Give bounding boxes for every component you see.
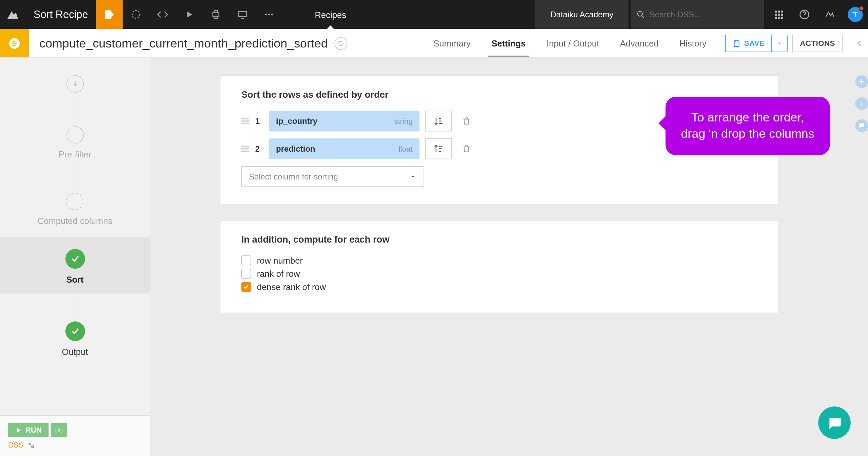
svg-rect-3 bbox=[214, 16, 218, 18]
svg-rect-15 bbox=[775, 17, 777, 19]
engine-label: DSS bbox=[8, 441, 24, 450]
right-rail bbox=[855, 58, 868, 132]
tab-summary[interactable]: Summary bbox=[423, 29, 481, 57]
select-placeholder: Select column for sorting bbox=[249, 172, 338, 181]
add-icon[interactable] bbox=[855, 75, 868, 88]
user-avatar[interactable]: T bbox=[843, 0, 868, 29]
checkbox-dense-rank[interactable]: dense rank of row bbox=[241, 282, 757, 292]
sort-asc-button[interactable] bbox=[425, 111, 452, 131]
sort-asc-icon bbox=[433, 116, 444, 126]
tab-settings[interactable]: Settings bbox=[481, 29, 536, 57]
save-caret-icon[interactable] bbox=[772, 35, 787, 51]
refresh-icon[interactable] bbox=[335, 37, 348, 50]
checkbox-label: rank of row bbox=[257, 269, 300, 279]
recipe-type-icon[interactable] bbox=[96, 0, 123, 29]
drag-handle-icon[interactable] bbox=[241, 146, 250, 152]
sort-row-index: 1 bbox=[255, 116, 263, 126]
step-input[interactable] bbox=[66, 75, 83, 126]
screen-icon[interactable] bbox=[229, 0, 256, 29]
step-sort[interactable]: Sort bbox=[0, 238, 150, 294]
chat-icon bbox=[827, 415, 842, 430]
compute-panel-heading: In addition, compute for each row bbox=[241, 234, 757, 245]
connector bbox=[75, 293, 75, 321]
help-icon[interactable] bbox=[792, 0, 817, 29]
svg-rect-1 bbox=[213, 13, 219, 16]
chevron-down-icon bbox=[410, 173, 416, 180]
sort-column-chip[interactable]: ip_country string bbox=[269, 111, 420, 131]
add-sort-column-select[interactable]: Select column for sorting bbox=[241, 166, 424, 187]
svg-rect-2 bbox=[214, 11, 218, 13]
svg-rect-11 bbox=[781, 11, 783, 13]
step-computed[interactable]: Computed columns bbox=[38, 193, 113, 226]
comment-icon[interactable] bbox=[855, 119, 868, 132]
svg-rect-17 bbox=[781, 17, 783, 19]
code-icon[interactable] bbox=[149, 0, 176, 29]
drag-handle-icon[interactable] bbox=[241, 118, 250, 124]
notification-dot-icon bbox=[859, 6, 864, 11]
step-output-label: Output bbox=[62, 347, 88, 357]
avatar-letter: T bbox=[853, 10, 858, 19]
run-button[interactable]: RUN bbox=[8, 423, 49, 437]
svg-point-6 bbox=[268, 14, 270, 15]
run-label: RUN bbox=[25, 425, 42, 434]
sort-column-chip[interactable]: prediction float bbox=[269, 138, 420, 159]
step-prefilter-label: Pre-filter bbox=[59, 149, 92, 159]
tab-history[interactable]: History bbox=[669, 29, 717, 57]
engine-indicator[interactable]: DSS bbox=[8, 441, 142, 450]
svg-rect-25 bbox=[861, 103, 862, 106]
flow-icon[interactable] bbox=[123, 0, 150, 29]
more-icon[interactable] bbox=[256, 0, 282, 29]
search-box[interactable] bbox=[631, 0, 764, 29]
svg-rect-14 bbox=[781, 14, 783, 16]
sort-column-type: float bbox=[398, 145, 413, 153]
trash-icon bbox=[462, 144, 471, 153]
checkbox-icon bbox=[241, 269, 251, 279]
sort-column-name: ip_country bbox=[276, 116, 317, 126]
info-icon[interactable] bbox=[855, 97, 868, 110]
check-icon bbox=[70, 254, 80, 264]
run-footer: RUN DSS bbox=[0, 415, 150, 456]
academy-link[interactable]: Dataiku Academy bbox=[535, 0, 629, 29]
checkbox-row-number[interactable]: row number bbox=[241, 255, 757, 265]
actions-button[interactable]: ACTIONS bbox=[792, 35, 843, 52]
sort-desc-button[interactable] bbox=[425, 138, 452, 159]
app-logo-icon[interactable] bbox=[0, 0, 25, 29]
svg-point-5 bbox=[265, 14, 267, 15]
svg-point-7 bbox=[271, 14, 273, 15]
search-input[interactable] bbox=[649, 10, 758, 19]
sort-desc-icon bbox=[433, 144, 444, 154]
delete-row-button[interactable] bbox=[458, 116, 475, 126]
checkbox-icon bbox=[241, 255, 251, 265]
svg-point-8 bbox=[637, 12, 642, 16]
svg-point-24 bbox=[861, 102, 862, 103]
run-settings-button[interactable] bbox=[51, 423, 67, 437]
checkbox-checked-icon bbox=[241, 282, 251, 292]
step-prefilter[interactable]: Pre-filter bbox=[59, 126, 92, 193]
annotation-callout: To arrange the order, drag 'n drop the c… bbox=[666, 97, 830, 155]
delete-row-button[interactable] bbox=[458, 144, 475, 153]
topbar-title: Sort Recipe bbox=[25, 0, 96, 29]
save-label: SAVE bbox=[744, 39, 765, 48]
chat-fab[interactable] bbox=[818, 406, 851, 439]
sort-column-type: string bbox=[394, 117, 413, 126]
checkbox-rank[interactable]: rank of row bbox=[241, 269, 757, 279]
topbar-tab-recipes[interactable]: Recipes bbox=[300, 0, 361, 29]
play-icon[interactable] bbox=[176, 0, 203, 29]
step-computed-label: Computed columns bbox=[38, 216, 113, 226]
svg-rect-16 bbox=[778, 17, 780, 19]
topbar: Sort Recipe Recipes Dataiku Academy bbox=[0, 0, 868, 29]
tab-advanced[interactable]: Advanced bbox=[610, 29, 669, 57]
search-icon bbox=[636, 10, 645, 19]
main-body: Pre-filter Computed columns Sort bbox=[0, 58, 868, 456]
print-icon[interactable] bbox=[202, 0, 229, 29]
save-button[interactable]: SAVE bbox=[725, 35, 788, 52]
recipe-badge-icon bbox=[0, 29, 29, 57]
svg-rect-12 bbox=[775, 14, 777, 16]
collapse-arrow-icon[interactable] bbox=[851, 29, 868, 57]
activity-icon[interactable] bbox=[817, 0, 843, 29]
tab-io[interactable]: Input / Output bbox=[536, 29, 610, 57]
step-output[interactable]: Output bbox=[62, 321, 88, 357]
apps-icon[interactable] bbox=[766, 0, 792, 29]
steps-sidebar: Pre-filter Computed columns Sort bbox=[0, 58, 151, 456]
subheader: compute_customer_current_month_predictio… bbox=[0, 29, 868, 58]
